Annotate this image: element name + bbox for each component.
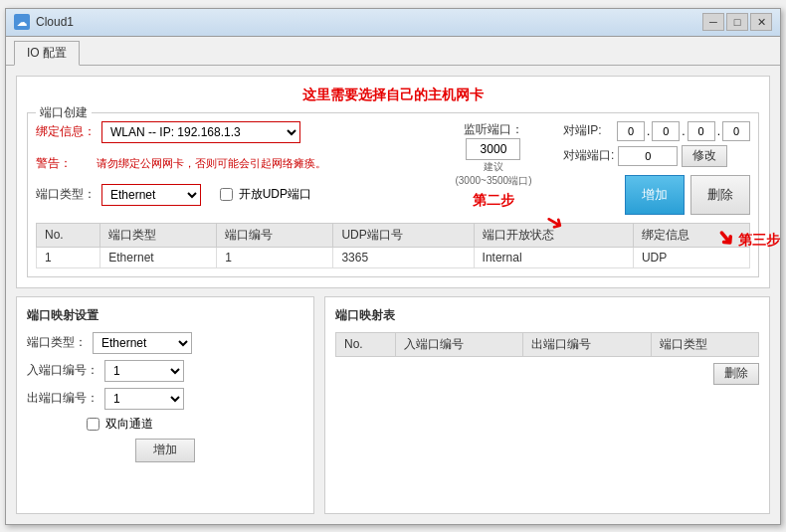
col-port-num: 端口编号: [217, 223, 333, 247]
bidirectional-row: 双向通道: [87, 416, 303, 433]
in-port-label: 入端口编号：: [27, 362, 98, 379]
udp-checkbox-label: 开放UDP端口: [239, 186, 311, 203]
bidirectional-label: 双向通道: [105, 416, 153, 433]
delete-button[interactable]: 删除: [690, 175, 750, 215]
peer-ip-2[interactable]: [652, 121, 680, 141]
out-port-select[interactable]: 1: [104, 388, 184, 410]
app-icon: ☁: [14, 14, 30, 30]
main-window: ☁ Cloud1 ─ □ ✕ IO 配置 这里需要选择自己的主机网卡 端口创建: [5, 8, 781, 525]
map-delete-button[interactable]: 删除: [713, 363, 759, 385]
col-port-type: 端口类型: [100, 223, 217, 247]
peer-ip-1[interactable]: [617, 121, 645, 141]
annotation-title: 这里需要选择自己的主机网卡: [27, 87, 759, 104]
tab-io-config[interactable]: IO 配置: [14, 41, 80, 66]
step3-label: ➜ 第三步: [716, 225, 780, 251]
listen-port-input[interactable]: [466, 138, 520, 160]
bottom-section: 端口映射设置 端口类型： Ethernet 入端口编号： 1 出端口编号： 1 …: [16, 296, 770, 514]
modify-button[interactable]: 修改: [682, 145, 727, 167]
map-col-type: 端口类型: [651, 332, 758, 356]
out-port-row: 出端口编号： 1: [27, 388, 303, 410]
mapping-table: No. 入端口编号 出端口编号 端口类型: [335, 332, 759, 357]
tab-bar: IO 配置: [6, 37, 780, 66]
main-content: 这里需要选择自己的主机网卡 端口创建 绑定信息： WLAN -- IP: 192…: [6, 66, 780, 524]
binding-info-label: 绑定信息：: [36, 123, 96, 140]
bidirectional-checkbox[interactable]: [87, 418, 99, 431]
maximize-button[interactable]: □: [726, 13, 748, 31]
port-mapping-table-section: 端口映射表 No. 入端口编号 出端口编号 端口类型 删除: [324, 296, 770, 514]
peer-ip-4[interactable]: [722, 121, 750, 141]
warning-label: 警告：: [36, 155, 91, 172]
out-port-label: 出端口编号：: [27, 390, 98, 407]
peer-ip-3[interactable]: [688, 121, 715, 141]
map-port-type-row: 端口类型： Ethernet: [27, 332, 303, 354]
port-creation-label: 端口创建: [36, 104, 92, 121]
step2-label: 第二步: [473, 192, 514, 210]
map-col-in: 入端口编号: [395, 332, 522, 356]
warning-text: 请勿绑定公网网卡，否则可能会引起网络瘫痪。: [97, 156, 326, 171]
suggest-text: 建议(3000~3500端口): [455, 160, 531, 188]
close-button[interactable]: ✕: [750, 13, 772, 31]
binding-select[interactable]: WLAN -- IP: 192.168.1.3: [101, 121, 300, 143]
in-port-row: 入端口编号： 1: [27, 360, 303, 382]
port-table: No. 端口类型 端口编号 UDP端口号 端口开放状态 绑定信息 1Ethern…: [36, 223, 750, 268]
binding-info-row: 绑定信息： WLAN -- IP: 192.168.1.3: [36, 121, 444, 143]
peer-ip-label: 对端IP:: [563, 122, 613, 139]
col-udp-num: UDP端口号: [333, 223, 474, 247]
port-type-row: 端口类型： Ethernet 开放UDP端口: [36, 184, 444, 206]
port-creation-section: 这里需要选择自己的主机网卡 端口创建 绑定信息： WLAN -- IP: 192…: [16, 76, 770, 288]
in-port-select[interactable]: 1: [104, 360, 184, 382]
window-title: Cloud1: [36, 15, 702, 29]
peer-port-input[interactable]: [618, 146, 678, 166]
port-type-select[interactable]: Ethernet: [101, 184, 201, 206]
minimize-button[interactable]: ─: [702, 13, 724, 31]
port-mapping-settings-title: 端口映射设置: [27, 307, 303, 324]
map-add-button[interactable]: 增加: [135, 439, 195, 462]
map-port-type-label: 端口类型：: [27, 334, 87, 351]
listen-port-label: 监听端口：: [464, 121, 523, 138]
peer-ip-field: . . .: [617, 121, 750, 141]
peer-port-row: 对端端口: 修改: [563, 145, 750, 167]
table-row[interactable]: 1Ethernet13365InternalUDP: [37, 247, 750, 267]
titlebar-buttons: ─ □ ✕: [702, 13, 772, 31]
titlebar: ☁ Cloud1 ─ □ ✕: [6, 9, 780, 37]
map-col-no: No.: [336, 332, 396, 356]
add-button[interactable]: 增加: [625, 175, 685, 215]
warning-row: 警告： 请勿绑定公网网卡，否则可能会引起网络瘫痪。: [36, 155, 444, 172]
peer-ip-row: 对端IP: . . .: [563, 121, 750, 141]
port-mapping-table-title: 端口映射表: [335, 307, 759, 324]
port-mapping-settings: 端口映射设置 端口类型： Ethernet 入端口编号： 1 出端口编号： 1 …: [16, 296, 314, 514]
peer-port-label: 对端端口:: [563, 147, 614, 164]
map-port-type-select[interactable]: Ethernet: [93, 332, 192, 354]
udp-checkbox[interactable]: [220, 188, 233, 201]
map-col-out: 出端口编号: [523, 332, 651, 356]
port-type-label: 端口类型：: [36, 186, 96, 203]
col-no: No.: [37, 223, 100, 247]
